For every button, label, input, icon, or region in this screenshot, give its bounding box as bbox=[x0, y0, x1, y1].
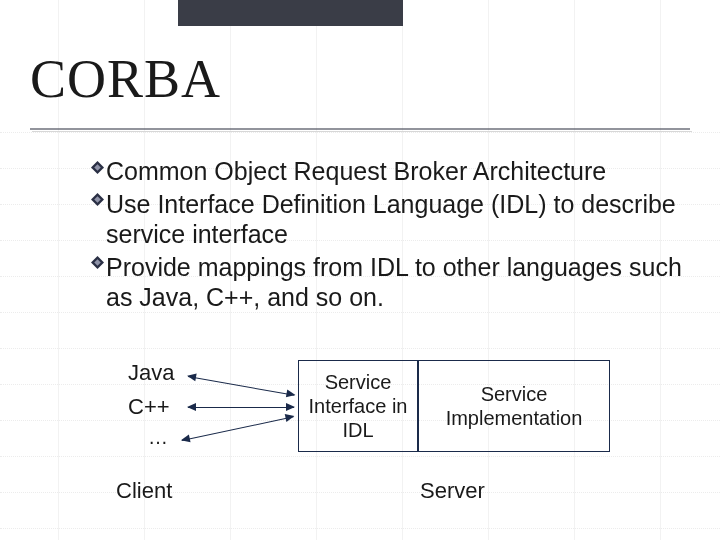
server-caption: Server bbox=[420, 478, 485, 504]
bullet-text: Provide mappings from IDL to other langu… bbox=[106, 252, 688, 313]
title-underline-shadow bbox=[32, 131, 692, 132]
bullet-item: Provide mappings from IDL to other langu… bbox=[88, 252, 688, 313]
diamond-bullet-icon bbox=[88, 252, 106, 274]
diamond-bullet-icon bbox=[88, 156, 106, 178]
bullet-text: Use Interface Definition Language (IDL) … bbox=[106, 189, 688, 250]
client-caption: Client bbox=[116, 478, 172, 504]
bullet-list: Common Object Request Broker Architectur… bbox=[88, 156, 688, 315]
client-lang-java: Java bbox=[128, 360, 174, 386]
bullet-item: Common Object Request Broker Architectur… bbox=[88, 156, 688, 187]
bullet-item: Use Interface Definition Language (IDL) … bbox=[88, 189, 688, 250]
diamond-bullet-icon bbox=[88, 189, 106, 211]
arrow-java bbox=[188, 376, 295, 396]
slide-title: CORBA bbox=[30, 48, 221, 110]
arrow-cpp bbox=[188, 407, 294, 408]
arrow-ellipsis bbox=[182, 416, 294, 441]
title-underline bbox=[30, 128, 690, 130]
box-service-interface-label: Service Interface in IDL bbox=[299, 370, 417, 442]
box-service-interface: Service Interface in IDL bbox=[298, 360, 418, 452]
bullet-text: Common Object Request Broker Architectur… bbox=[106, 156, 606, 187]
box-service-implementation-label: Service Implementation bbox=[419, 382, 609, 430]
header-dark-bar bbox=[178, 0, 403, 26]
client-lang-cpp: C++ bbox=[128, 394, 170, 420]
diagram: Java C++ … Service Interface in IDL Serv… bbox=[0, 360, 720, 510]
client-lang-ellipsis: … bbox=[148, 426, 168, 449]
box-service-implementation: Service Implementation bbox=[418, 360, 610, 452]
